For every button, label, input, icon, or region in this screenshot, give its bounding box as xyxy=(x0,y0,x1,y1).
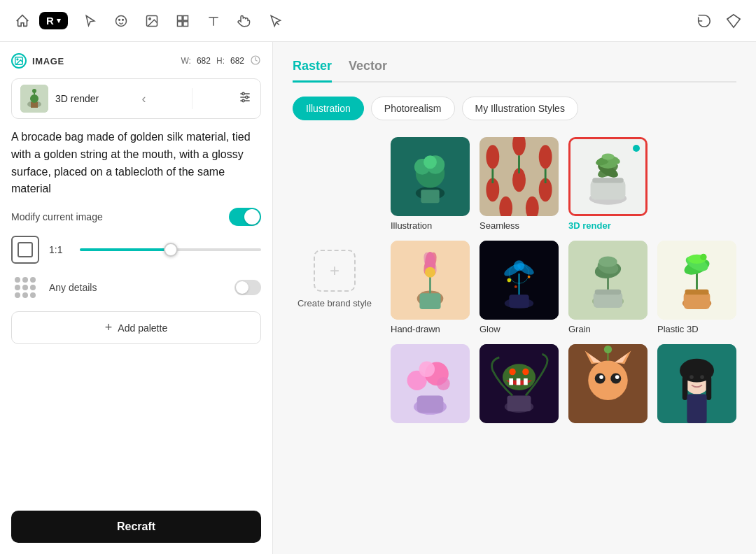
height-value: 682 xyxy=(230,56,244,66)
recraft-label: Recraft xyxy=(117,520,155,532)
diamond-icon[interactable] xyxy=(722,10,745,32)
svg-point-130 xyxy=(700,375,704,379)
style-card-grain[interactable]: Grain xyxy=(568,241,648,334)
aspect-ratio-box[interactable] xyxy=(11,236,39,264)
svg-line-11 xyxy=(276,22,279,24)
svg-point-109 xyxy=(509,369,515,375)
svg-rect-81 xyxy=(595,290,622,295)
recraft-button[interactable]: Recraft xyxy=(11,511,261,543)
hand-drawn-img xyxy=(391,241,470,320)
svg-point-40 xyxy=(539,145,552,169)
svg-point-112 xyxy=(588,361,628,401)
svg-point-105 xyxy=(503,364,536,390)
panel-title: IMAGE xyxy=(32,56,64,66)
brand-logo[interactable]: R ▾ xyxy=(39,12,68,29)
svg-point-20 xyxy=(32,89,36,93)
aspect-label: 1:1 xyxy=(49,244,70,255)
svg-rect-8 xyxy=(183,21,188,26)
grain-img xyxy=(568,241,648,320)
svg-point-36 xyxy=(424,155,437,169)
svg-point-4 xyxy=(149,17,151,19)
style-card-glow[interactable]: Glow xyxy=(479,241,559,334)
face-icon[interactable] xyxy=(110,10,132,32)
svg-point-74 xyxy=(514,260,524,271)
plastic-3d-img xyxy=(657,241,736,320)
settings-icon[interactable] xyxy=(238,90,252,108)
toolbar-right xyxy=(693,10,745,32)
style-arrow-icon: ‹ xyxy=(142,92,146,106)
svg-point-110 xyxy=(522,369,528,375)
svg-point-123 xyxy=(604,346,612,353)
style-selector[interactable]: 3D render ‹ xyxy=(11,78,261,119)
style-card-illustration[interactable]: Illustration xyxy=(391,137,470,231)
svg-rect-6 xyxy=(183,15,188,20)
hand-icon[interactable] xyxy=(233,10,255,32)
tab-raster[interactable]: Raster xyxy=(293,59,332,83)
grain-label: Grain xyxy=(568,324,648,334)
height-label: H: xyxy=(216,56,225,66)
slider-thumb[interactable] xyxy=(164,243,178,257)
text-icon[interactable] xyxy=(202,10,225,32)
svg-point-66 xyxy=(425,267,435,278)
seamless-img xyxy=(479,137,559,216)
style-card-seamless[interactable]: Seamless xyxy=(479,137,559,231)
slider-fill xyxy=(80,248,171,251)
style-card-3d-render[interactable]: 3D render xyxy=(568,137,648,231)
chip-my-styles[interactable]: My Illustration Styles xyxy=(462,97,578,120)
chibi-img xyxy=(568,344,648,423)
history-icon[interactable] xyxy=(693,10,715,32)
tabs: Raster Vector xyxy=(293,59,736,83)
aspect-slider[interactable] xyxy=(80,248,261,251)
svg-point-18 xyxy=(30,94,38,103)
home-icon[interactable] xyxy=(11,10,34,32)
svg-point-77 xyxy=(514,285,517,288)
width-label: W: xyxy=(181,56,190,66)
svg-point-23 xyxy=(242,92,244,94)
chip-illustration[interactable]: Illustration xyxy=(293,97,364,120)
style-card-portrait[interactable] xyxy=(657,344,736,423)
modify-toggle[interactable] xyxy=(229,208,261,226)
tab-vector[interactable]: Vector xyxy=(349,59,387,83)
aspect-ratio-inner xyxy=(18,242,33,257)
selected-dot xyxy=(633,145,640,152)
create-brand-col: + Create brand style xyxy=(293,137,377,423)
style-selector-left: 3D render xyxy=(20,85,99,113)
chip-photorealism[interactable]: Photorealism xyxy=(371,97,455,120)
style-card-chibi[interactable] xyxy=(568,344,648,423)
right-panel: Raster Vector Illustration Photorealism … xyxy=(273,42,756,554)
svg-rect-107 xyxy=(517,378,521,385)
style-card-fantasy[interactable] xyxy=(391,344,470,423)
style-card-plastic-3d[interactable]: Plastic 3D xyxy=(657,241,736,334)
details-dots-icon xyxy=(11,274,39,301)
width-value: 682 xyxy=(197,56,211,66)
svg-point-100 xyxy=(419,361,435,377)
cursor-icon[interactable] xyxy=(79,10,102,32)
svg-point-13 xyxy=(17,59,18,60)
svg-rect-127 xyxy=(682,374,688,400)
image-section-icon xyxy=(11,53,27,69)
modify-toggle-row: Modify current image xyxy=(11,208,261,226)
portrait-img xyxy=(657,344,736,423)
style-card-horror[interactable] xyxy=(479,344,559,423)
plus-icon: + xyxy=(105,320,113,335)
image-icon[interactable] xyxy=(141,10,163,32)
style-card-hand-drawn[interactable]: Hand-drawn xyxy=(391,241,470,334)
panel-header: IMAGE W: 682 H: 682 xyxy=(11,53,261,69)
svg-point-2 xyxy=(122,19,124,20)
details-row: Any details xyxy=(11,274,261,301)
svg-point-0 xyxy=(115,15,126,26)
grid-icon[interactable] xyxy=(172,10,194,32)
glow-img xyxy=(479,241,559,320)
clock-icon[interactable] xyxy=(250,55,261,68)
create-brand-button[interactable]: + xyxy=(314,250,356,292)
svg-point-29 xyxy=(242,99,244,101)
select-icon[interactable] xyxy=(264,10,286,32)
svg-point-101 xyxy=(437,377,450,390)
add-palette-label: Add palette xyxy=(118,322,167,334)
aspect-row: 1:1 xyxy=(11,236,261,264)
3d-render-img xyxy=(568,137,648,216)
details-toggle[interactable] xyxy=(234,280,261,295)
svg-point-75 xyxy=(507,278,512,283)
style-chips: Illustration Photorealism My Illustratio… xyxy=(293,97,736,120)
add-palette-button[interactable]: + Add palette xyxy=(11,311,261,344)
